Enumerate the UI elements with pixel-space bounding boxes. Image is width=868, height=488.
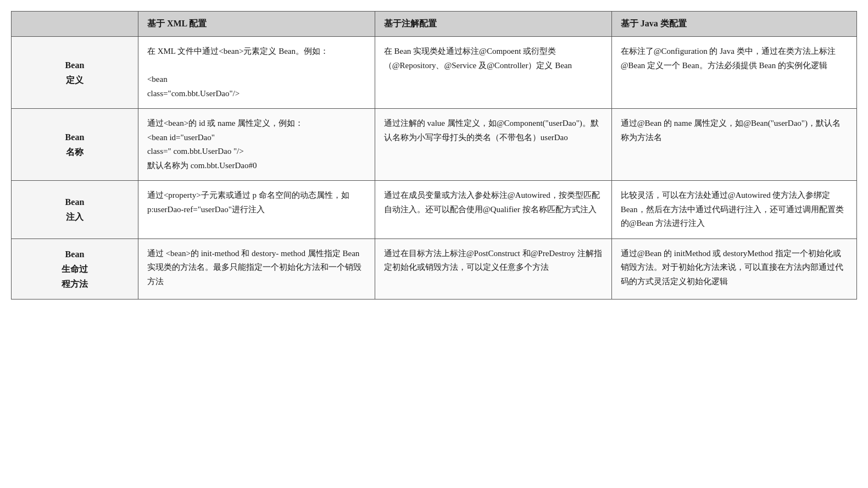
row-label: Bean 生命过 程方法 <box>12 239 138 300</box>
row-java: 比较灵活，可以在方法处通过@Autowired 使方法入参绑定 Bean，然后在… <box>611 181 856 239</box>
bean-comparison-table: 基于 XML 配置 基于注解配置 基于 Java 类配置 Bean 定义在 XM… <box>11 11 857 300</box>
row-anno: 通过在目标方法上标注@PostConstruct 和@PreDestroy 注解… <box>375 239 611 300</box>
table-row: Bean 注入通过<property>子元素或通过 p 命名空间的动态属性，如 … <box>12 181 857 239</box>
row-label: Bean 注入 <box>12 181 138 239</box>
row-anno: 在 Bean 实现类处通过标注@Compoent 或衍型类（@Repositor… <box>375 37 611 109</box>
row-xml: 通过<property>子元素或通过 p 命名空间的动态属性，如 p:userD… <box>138 181 375 239</box>
table-row: Bean 生命过 程方法通过 <bean>的 init-method 和 des… <box>12 239 857 300</box>
header-xml: 基于 XML 配置 <box>138 12 375 37</box>
row-xml: 通过<bean>的 id 或 name 属性定义，例如： <bean id="u… <box>138 109 375 181</box>
row-label: Bean 名称 <box>12 109 138 181</box>
row-anno: 通过在成员变量或方法入参处标注@Autowired，按类型匹配自动注入。还可以配… <box>375 181 611 239</box>
table-header-row: 基于 XML 配置 基于注解配置 基于 Java 类配置 <box>12 12 857 37</box>
header-anno: 基于注解配置 <box>375 12 611 37</box>
table-row: Bean 定义在 XML 文件中通过<bean>元素定义 Bean。例如： <b… <box>12 37 857 109</box>
comparison-table-container: 基于 XML 配置 基于注解配置 基于 Java 类配置 Bean 定义在 XM… <box>11 11 857 300</box>
header-java: 基于 Java 类配置 <box>611 12 856 37</box>
row-xml: 通过 <bean>的 init-method 和 destory- method… <box>138 239 375 300</box>
row-anno: 通过注解的 value 属性定义，如@Component("userDao")。… <box>375 109 611 181</box>
row-java: 通过@Bean 的 name 属性定义，如@Bean("userDao")，默认… <box>611 109 856 181</box>
row-xml: 在 XML 文件中通过<bean>元素定义 Bean。例如： <bean cla… <box>138 37 375 109</box>
row-java: 在标注了@Configuration 的 Java 类中，通过在类方法上标注@B… <box>611 37 856 109</box>
row-java: 通过@Bean 的 initMethod 或 destoryMethod 指定一… <box>611 239 856 300</box>
header-empty <box>12 12 138 37</box>
row-label: Bean 定义 <box>12 37 138 109</box>
table-row: Bean 名称通过<bean>的 id 或 name 属性定义，例如： <bea… <box>12 109 857 181</box>
